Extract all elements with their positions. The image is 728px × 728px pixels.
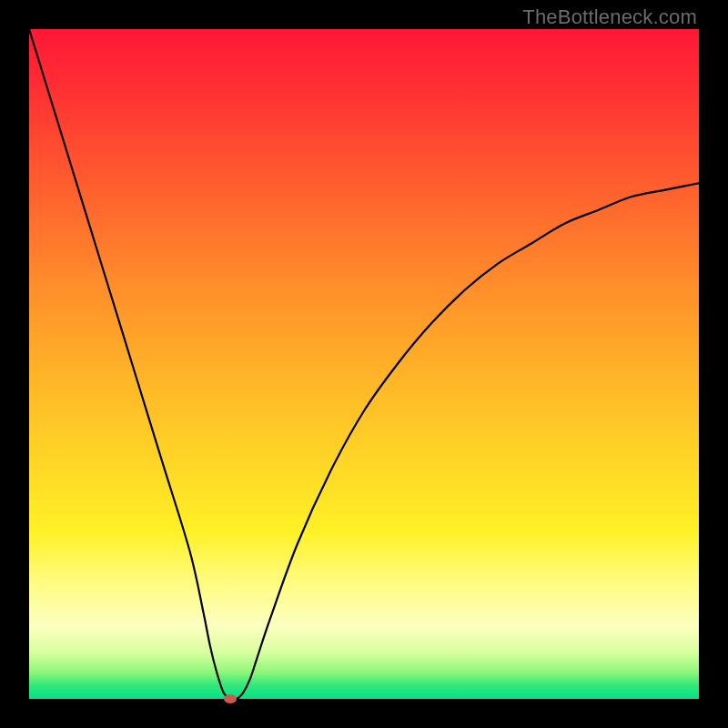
chart-frame: TheBottleneck.com bbox=[0, 0, 728, 728]
curve-path bbox=[29, 29, 699, 699]
optimum-marker bbox=[224, 694, 237, 703]
bottleneck-curve bbox=[29, 29, 699, 699]
plot-area bbox=[29, 29, 699, 699]
watermark-text: TheBottleneck.com bbox=[522, 5, 697, 29]
